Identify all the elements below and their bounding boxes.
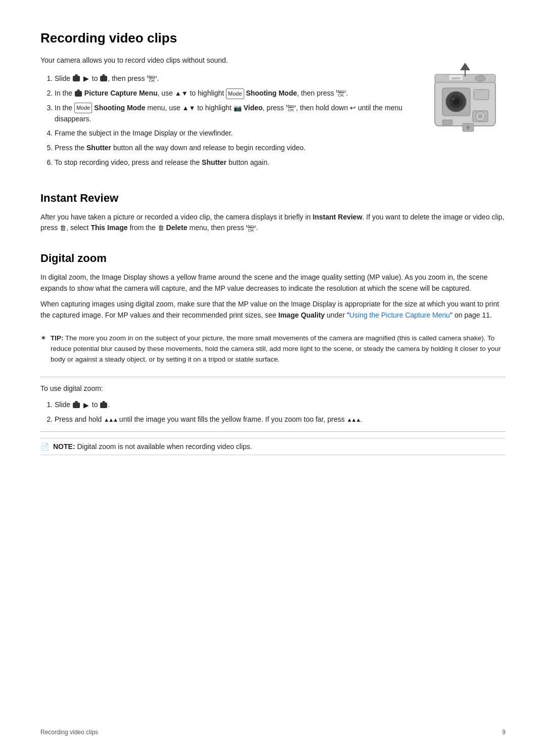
footer-left: Recording video clips xyxy=(40,729,98,736)
recording-step-6: To stop recording video, press and relea… xyxy=(55,157,410,168)
recording-text-block: Your camera allows you to record video c… xyxy=(40,55,410,173)
delete-menu-bold: Delete xyxy=(166,224,188,232)
svg-marker-15 xyxy=(460,63,470,70)
digital-zoom-step-2: Press and hold ▲▲▲ until the image you w… xyxy=(55,414,506,425)
recording-intro: Your camera allows you to record video c… xyxy=(40,55,410,66)
tip-sun-icon: ✶ xyxy=(40,334,47,342)
note-label: NOTE: xyxy=(53,442,75,451)
digital-zoom-para2: When capturing images using digital zoom… xyxy=(40,299,506,321)
capture-cam-icon xyxy=(75,91,82,97)
undo-arrow-icon: ↩ xyxy=(350,103,356,114)
link-page-ref: on page 11 xyxy=(454,311,490,319)
delete-icon: 🗑 xyxy=(60,223,66,233)
note-content: NOTE: Digital zoom is not available when… xyxy=(53,442,252,451)
camera-left-icon xyxy=(73,76,80,81)
mode-box-icon: Mode xyxy=(226,88,244,99)
delete-icon-2: 🗑 xyxy=(158,223,164,233)
recording-step-3: In the Mode Shooting Mode menu, use ▲▼ t… xyxy=(55,103,410,125)
digital-zoom-steps: Slide ▶ to . Press and hold ▲▲▲ until th… xyxy=(55,399,506,425)
tip-content: TIP: The more you zoom in on the subject… xyxy=(51,333,506,365)
svg-point-8 xyxy=(475,75,485,81)
svg-rect-6 xyxy=(474,90,489,100)
instant-review-bold: Instant Review xyxy=(313,213,362,221)
recording-title: Recording video clips xyxy=(40,30,506,46)
menu-ok-icon-4: MenuOK xyxy=(246,225,256,233)
menu-ok-icon-1: MenuOK xyxy=(147,75,157,83)
picture-capture-menu-link[interactable]: Using the Picture Capture Menu xyxy=(349,311,450,319)
dz-cam-icon-1 xyxy=(73,403,80,408)
tip-text: The more you zoom in on the subject of y… xyxy=(51,334,501,363)
step3-shooting-mode: Shooting Mode xyxy=(94,104,145,112)
instant-review-body: After you have taken a picture or record… xyxy=(40,212,506,234)
recording-step-4: Frame the subject in the Image Display o… xyxy=(55,128,410,139)
note-icon: 📄 xyxy=(40,442,49,451)
note-box: 📄 NOTE: Digital zoom is not available wh… xyxy=(40,438,506,455)
use-digital-zoom-intro: To use digital zoom: xyxy=(40,383,506,394)
divider-2 xyxy=(40,431,506,432)
menu-ok-icon-3: MenuOK xyxy=(286,104,296,112)
camera-right-icon xyxy=(100,76,107,81)
menu-ok-icon-2: MenuOK xyxy=(336,90,346,98)
dz-slide-arrow: ▶ xyxy=(83,400,89,411)
step3-video: Video xyxy=(244,104,263,112)
step2-bold-label: Picture Capture Menu xyxy=(84,89,158,97)
digital-zoom-section: Digital zoom In digital zoom, the Image … xyxy=(40,252,506,455)
zoom-out-icon: ▲▲▲ xyxy=(347,416,360,424)
instant-review-title: Instant Review xyxy=(40,192,506,205)
camera-illustration: ON/OFF xyxy=(425,60,506,153)
video-icon: 📷 xyxy=(234,103,242,113)
svg-point-13 xyxy=(478,114,483,119)
mode-box-icon-2: Mode xyxy=(74,103,93,113)
this-image-bold: This Image xyxy=(90,224,127,232)
dz-cam-icon-2 xyxy=(100,403,107,408)
svg-text:ON/OFF: ON/OFF xyxy=(451,77,461,80)
svg-point-5 xyxy=(452,98,454,100)
zoom-in-icon: ▲▲▲ xyxy=(104,416,117,424)
recording-steps-list: Slide ▶ to , then press MenuOK. In the P… xyxy=(55,73,410,168)
image-quality-bold: Image Quality xyxy=(279,311,325,319)
instant-review-section: Instant Review After you have taken a pi… xyxy=(40,192,506,234)
svg-rect-14 xyxy=(442,120,452,125)
note-text: Digital zoom is not available when recor… xyxy=(77,442,252,451)
arrow-up-down-icon-1: ▲▼ xyxy=(175,88,188,99)
recording-step-2: In the Picture Capture Menu, use ▲▼ to h… xyxy=(55,88,410,99)
recording-section: Recording video clips Your camera allows… xyxy=(40,30,506,173)
tip-label: TIP: xyxy=(51,334,64,342)
step2-bold-shooting: Shooting Mode xyxy=(246,89,297,97)
shutter-bold-2: Shutter xyxy=(202,158,226,166)
camera-svg: ON/OFF xyxy=(425,60,506,151)
shutter-bold-1: Shutter xyxy=(86,144,111,152)
recording-content: Your camera allows you to record video c… xyxy=(40,55,506,173)
digital-zoom-para1: In digital zoom, the Image Display shows… xyxy=(40,272,506,294)
recording-step-1: Slide ▶ to , then press MenuOK. xyxy=(55,73,410,84)
tip-box: ✶ TIP: The more you zoom in on the subje… xyxy=(40,328,506,370)
recording-step-5: Press the Shutter button all the way dow… xyxy=(55,143,410,154)
arrow-up-down-icon-2: ▲▼ xyxy=(183,103,196,113)
footer-right: 9 xyxy=(502,729,506,736)
slide-arrow-icon: ▶ xyxy=(83,73,89,84)
page-footer: Recording video clips 9 xyxy=(0,729,546,736)
divider-1 xyxy=(40,377,506,377)
digital-zoom-title: Digital zoom xyxy=(40,252,506,265)
digital-zoom-step-1: Slide ▶ to . xyxy=(55,399,506,411)
